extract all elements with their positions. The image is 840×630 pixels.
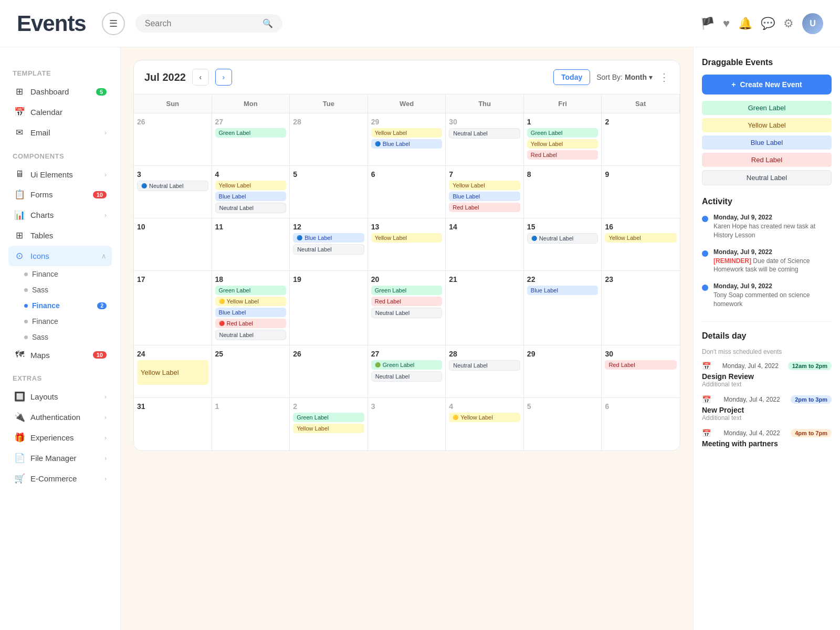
gear-icon[interactable]: ⚙ xyxy=(783,17,794,30)
sidebar-item-experiences[interactable]: 🎁 Experiences › xyxy=(8,427,112,448)
menu-button[interactable]: ☰ xyxy=(102,12,125,35)
event-chip[interactable]: Yellow Label xyxy=(605,233,677,243)
cal-day-7[interactable]: 7Yellow LabelBlue LabelRed Label xyxy=(446,166,524,218)
cal-day-2-aug[interactable]: 2Green LabelYellow Label xyxy=(290,398,368,450)
event-chip[interactable]: Neutral Label xyxy=(371,308,443,318)
sidebar-item-ecommerce[interactable]: 🛒 E-Commerce › xyxy=(8,468,112,489)
event-chip[interactable]: Yellow Label xyxy=(137,360,208,385)
label-yellow[interactable]: Yellow Label xyxy=(702,118,832,132)
cal-day-20[interactable]: 20Green LabelRed LabelNeutral Label xyxy=(368,271,446,345)
event-chip[interactable]: Yellow Label xyxy=(527,139,598,149)
sidebar-item-forms[interactable]: 📋 Forms 10 xyxy=(8,184,112,205)
create-event-button[interactable]: + Create New Event xyxy=(702,75,832,94)
event-chip[interactable]: Neutral Label xyxy=(215,203,287,213)
chat-icon[interactable]: 💬 xyxy=(761,17,775,30)
sidebar-item-email[interactable]: ✉ Email › xyxy=(8,122,112,143)
event-chip[interactable]: 🟡Yellow Label xyxy=(449,413,520,422)
cal-day-6[interactable]: 6 xyxy=(368,166,446,218)
cal-day-15[interactable]: 15🔵Neutral Label xyxy=(524,218,602,271)
event-chip[interactable]: Neutral Label xyxy=(293,244,364,255)
cal-day-1-jul[interactable]: 1Green LabelYellow LabelRed Label xyxy=(524,113,602,166)
chevron-down-icon[interactable]: ▾ xyxy=(649,73,653,81)
today-button[interactable]: Today xyxy=(553,69,590,85)
event-chip[interactable]: Neutral Label xyxy=(215,330,287,340)
event-chip[interactable]: Red Label xyxy=(527,150,598,160)
cal-day-25[interactable]: 25 xyxy=(212,345,290,398)
search-input[interactable] xyxy=(145,19,258,28)
cal-day-11[interactable]: 11 xyxy=(212,218,290,271)
cal-day-24[interactable]: 24Yellow Label xyxy=(134,345,212,398)
cal-day-29-jun[interactable]: 29Yellow Label🔵Blue Label xyxy=(368,113,446,166)
cal-day-28[interactable]: 28Neutral Label xyxy=(446,345,524,398)
cal-day-13[interactable]: 13Yellow Label xyxy=(368,218,446,271)
next-month-button[interactable]: › xyxy=(215,69,232,86)
sidebar-item-maps[interactable]: 🗺 Maps 10 xyxy=(8,345,112,365)
event-chip[interactable]: 🔵Blue Label xyxy=(293,233,364,243)
cal-day-5[interactable]: 5 xyxy=(290,166,368,218)
label-neutral[interactable]: Neutral Label xyxy=(702,170,832,185)
event-chip[interactable]: Red Label xyxy=(371,297,443,306)
cal-day-27-jun[interactable]: 27Green Label xyxy=(212,113,290,166)
cal-day-10[interactable]: 10 xyxy=(134,218,212,271)
event-chip[interactable]: 🔴Red Label xyxy=(215,319,287,328)
cal-day-2-jul[interactable]: 2 xyxy=(602,113,680,166)
heart-icon[interactable]: ♥ xyxy=(723,17,730,30)
cal-day-17[interactable]: 17 xyxy=(134,271,212,345)
cal-day-19[interactable]: 19 xyxy=(290,271,368,345)
cal-day-9[interactable]: 9 xyxy=(602,166,680,218)
event-chip[interactable]: Red Label xyxy=(449,203,520,212)
sidebar-item-authentication[interactable]: 🔌 Authentication › xyxy=(8,407,112,427)
cal-day-26-jun[interactable]: 26 xyxy=(134,113,212,166)
label-blue[interactable]: Blue Label xyxy=(702,135,832,150)
cal-day-18[interactable]: 18Green Label🟡Yellow LabelBlue Label🔴Red… xyxy=(212,271,290,345)
event-chip[interactable]: Yellow Label xyxy=(449,181,520,190)
sidebar-sub-sass-1[interactable]: Sass xyxy=(8,282,112,298)
label-red[interactable]: Red Label xyxy=(702,153,832,167)
cal-day-30[interactable]: 30Red Label xyxy=(602,345,680,398)
cal-day-29[interactable]: 29 xyxy=(524,345,602,398)
bell-icon[interactable]: 🔔 xyxy=(738,17,752,30)
sidebar-item-ui-elements[interactable]: 🖥 Ui Elements › xyxy=(8,164,112,184)
event-chip[interactable]: Blue Label xyxy=(449,192,520,201)
event-chip[interactable]: 🟢Green Label xyxy=(371,360,443,370)
event-chip[interactable]: Blue Label xyxy=(527,286,598,295)
event-chip[interactable]: Yellow Label xyxy=(371,128,443,138)
event-chip[interactable]: Red Label xyxy=(605,360,677,370)
event-chip[interactable]: 🔵Blue Label xyxy=(371,139,443,149)
event-chip[interactable]: 🔵Neutral Label xyxy=(137,181,208,191)
event-chip[interactable]: Yellow Label xyxy=(293,424,364,433)
event-chip[interactable]: Green Label xyxy=(527,128,598,138)
sidebar-item-dashboard[interactable]: ⊞ Dashboard 5 xyxy=(8,81,112,102)
cal-day-26[interactable]: 26 xyxy=(290,345,368,398)
event-chip[interactable]: Yellow Label xyxy=(371,233,443,243)
cal-day-21[interactable]: 21 xyxy=(446,271,524,345)
cal-day-30-jun[interactable]: 30Neutral Label xyxy=(446,113,524,166)
sidebar-item-charts[interactable]: 📊 Charts › xyxy=(8,205,112,225)
event-chip[interactable]: Neutral Label xyxy=(449,360,520,371)
cal-day-16[interactable]: 16Yellow Label xyxy=(602,218,680,271)
event-chip[interactable]: Green Label xyxy=(371,286,443,295)
sidebar-sub-sass-2[interactable]: Sass xyxy=(8,329,112,345)
cal-day-5-aug[interactable]: 5 xyxy=(524,398,602,450)
event-chip[interactable]: 🔵Neutral Label xyxy=(527,233,598,244)
cal-day-28-jun[interactable]: 28 xyxy=(290,113,368,166)
cal-day-14[interactable]: 14 xyxy=(446,218,524,271)
event-chip[interactable]: Yellow Label xyxy=(215,181,287,190)
prev-month-button[interactable]: ‹ xyxy=(192,69,209,86)
event-chip[interactable]: Green Label xyxy=(293,413,364,422)
sidebar-item-icons[interactable]: ⊙ Icons ∧ xyxy=(8,246,112,266)
label-green[interactable]: Green Label xyxy=(702,101,832,115)
cal-day-8[interactable]: 8 xyxy=(524,166,602,218)
sidebar-sub-finance-2[interactable]: Finance 2 xyxy=(8,298,112,313)
cal-day-27[interactable]: 27🟢Green LabelNeutral Label xyxy=(368,345,446,398)
event-chip[interactable]: Neutral Label xyxy=(449,128,520,139)
cal-day-31[interactable]: 31 xyxy=(134,398,212,450)
event-chip[interactable]: Blue Label xyxy=(215,192,287,201)
cal-day-3-aug[interactable]: 3 xyxy=(368,398,446,450)
cal-day-4[interactable]: 4Yellow LabelBlue LabelNeutral Label xyxy=(212,166,290,218)
cal-day-4-aug[interactable]: 4🟡Yellow Label xyxy=(446,398,524,450)
cal-day-3[interactable]: 3🔵Neutral Label xyxy=(134,166,212,218)
cal-day-1-aug[interactable]: 1 xyxy=(212,398,290,450)
sidebar-sub-finance-3[interactable]: Finance xyxy=(8,313,112,329)
event-chip[interactable]: Green Label xyxy=(215,286,287,295)
